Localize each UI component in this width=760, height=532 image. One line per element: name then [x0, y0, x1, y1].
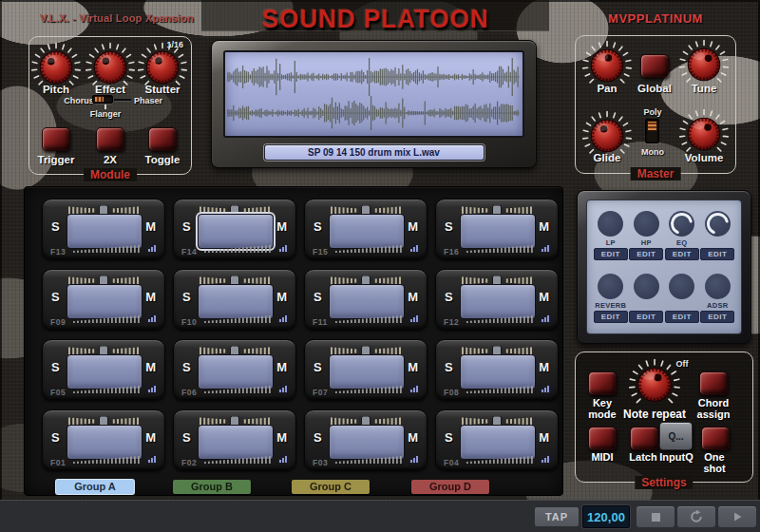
pad-volume-slider[interactable] [335, 380, 406, 397]
pad-mute-button[interactable]: M [539, 360, 549, 374]
tap-tempo-button[interactable]: TAP [535, 507, 579, 526]
pad-solo-button[interactable]: S [445, 219, 453, 234]
pad-f15[interactable]: SMF15 [304, 199, 428, 259]
pad-volume-slider[interactable] [73, 380, 143, 397]
pad-f11[interactable]: SMF11 [304, 269, 428, 330]
pad-solo-button[interactable]: S [314, 219, 322, 234]
pad-f05[interactable]: SMF05 [42, 339, 165, 400]
pad-mute-button[interactable]: M [145, 360, 156, 374]
pad-f12[interactable]: SMF12 [435, 269, 559, 330]
fx-edit-button[interactable]: EDIT [594, 311, 628, 323]
pad-solo-button[interactable]: S [445, 430, 453, 445]
2x-button[interactable] [96, 127, 124, 151]
pad-f10[interactable]: SMF10 [173, 269, 296, 330]
pad-mute-button[interactable]: M [539, 430, 549, 445]
pad-volume-slider[interactable] [204, 310, 275, 327]
pad-solo-button[interactable]: S [445, 360, 453, 374]
chord-assign-button[interactable] [699, 371, 728, 395]
pad-f09[interactable]: SMF09 [42, 269, 165, 330]
note-repeat-knob[interactable] [628, 358, 681, 415]
poly-mono-switch[interactable] [645, 119, 659, 143]
pad-volume-slider[interactable] [73, 310, 143, 327]
pad-mute-button[interactable]: M [276, 219, 287, 234]
pad-volume-slider[interactable] [335, 310, 406, 327]
pad-f13[interactable]: SMF13 [42, 199, 165, 259]
fx-knob-eq[interactable] [669, 211, 694, 237]
pad-mute-button[interactable]: M [408, 219, 418, 234]
pad-solo-button[interactable]: S [445, 290, 453, 304]
pad-volume-slider[interactable] [466, 450, 537, 467]
pad-mute-button[interactable]: M [145, 430, 156, 445]
pad-solo-button[interactable]: S [51, 219, 60, 234]
fx-edit-button[interactable]: EDIT [700, 311, 734, 323]
fx-knob-lp[interactable] [598, 211, 623, 237]
pad-volume-slider[interactable] [466, 310, 537, 327]
pad-mute-button[interactable]: M [408, 430, 418, 445]
sync-button[interactable] [677, 506, 715, 527]
poly-mono-switch-handle[interactable] [647, 121, 657, 131]
pad-solo-button[interactable]: S [51, 360, 60, 374]
pad-f04[interactable]: SMF04 [435, 409, 559, 470]
sample-name-display[interactable]: SP 09 14 150 drum mix L.wav [264, 144, 484, 161]
pad-f01[interactable]: SMF01 [42, 409, 165, 470]
fx-knob[interactable] [669, 274, 694, 299]
pad-mute-button[interactable]: M [276, 360, 287, 374]
pad-mute-button[interactable]: M [145, 219, 156, 234]
waveform-display[interactable] [223, 50, 524, 138]
fx-knob-adsr[interactable] [705, 274, 731, 299]
pad-f07[interactable]: SMF07 [304, 339, 428, 400]
group-tab-a[interactable]: Group A [56, 480, 134, 494]
fx-edit-button[interactable]: EDIT [594, 248, 628, 260]
pad-solo-button[interactable]: S [51, 430, 60, 445]
pad-solo-button[interactable]: S [182, 290, 191, 304]
fx-knob[interactable] [705, 211, 731, 237]
pad-mute-button[interactable]: M [408, 360, 418, 374]
fx-edit-button[interactable]: EDIT [629, 248, 663, 260]
pad-solo-button[interactable]: S [51, 290, 60, 304]
fx-knob[interactable] [634, 274, 659, 299]
pad-mute-button[interactable]: M [539, 290, 549, 304]
stop-button[interactable] [636, 506, 674, 527]
fx-knob-hp[interactable] [634, 211, 659, 237]
one-shot-button[interactable] [701, 427, 730, 450]
toggle-button[interactable] [148, 127, 177, 151]
pad-f06[interactable]: SMF06 [173, 339, 296, 400]
pad-solo-button[interactable]: S [182, 360, 191, 374]
group-tab-c[interactable]: Group C [292, 480, 370, 494]
pad-volume-slider[interactable] [204, 450, 275, 467]
fx-edit-button[interactable]: EDIT [629, 311, 663, 323]
pad-solo-button[interactable]: S [314, 360, 322, 374]
pad-volume-slider[interactable] [204, 380, 275, 397]
pad-f02[interactable]: SMF02 [173, 409, 296, 470]
fx-edit-button[interactable]: EDIT [665, 311, 699, 323]
fx-edit-button[interactable]: EDIT [700, 248, 734, 260]
fx-type-slider[interactable] [92, 95, 113, 104]
pad-f08[interactable]: SMF08 [435, 339, 559, 400]
fx-type-slider-handle[interactable] [94, 96, 104, 103]
fx-knob-reverb[interactable] [598, 274, 623, 299]
trigger-button[interactable] [42, 127, 70, 151]
inputq-button[interactable]: Q... [659, 422, 693, 450]
pad-volume-slider[interactable] [204, 239, 275, 256]
latch-button[interactable] [630, 427, 658, 450]
pad-volume-slider[interactable] [466, 380, 537, 397]
pad-solo-button[interactable]: S [182, 219, 191, 234]
pad-volume-slider[interactable] [73, 450, 143, 467]
global-button[interactable] [640, 54, 669, 78]
pad-solo-button[interactable]: S [314, 430, 322, 445]
pad-volume-slider[interactable] [466, 239, 537, 256]
play-button[interactable] [718, 506, 756, 527]
pad-mute-button[interactable]: M [276, 290, 287, 304]
pad-volume-slider[interactable] [335, 239, 406, 256]
pad-mute-button[interactable]: M [539, 219, 549, 234]
key-mode-button[interactable] [588, 371, 617, 395]
pad-mute-button[interactable]: M [276, 430, 287, 445]
group-tab-d[interactable]: Group D [411, 480, 489, 494]
pad-volume-slider[interactable] [335, 450, 406, 467]
bpm-display[interactable]: 120,00 [582, 505, 630, 528]
pad-solo-button[interactable]: S [314, 290, 322, 304]
group-tab-b[interactable]: Group B [173, 480, 251, 494]
pad-volume-slider[interactable] [73, 239, 143, 256]
pad-f14[interactable]: SMF14 [173, 199, 296, 259]
pad-mute-button[interactable]: M [408, 290, 418, 304]
